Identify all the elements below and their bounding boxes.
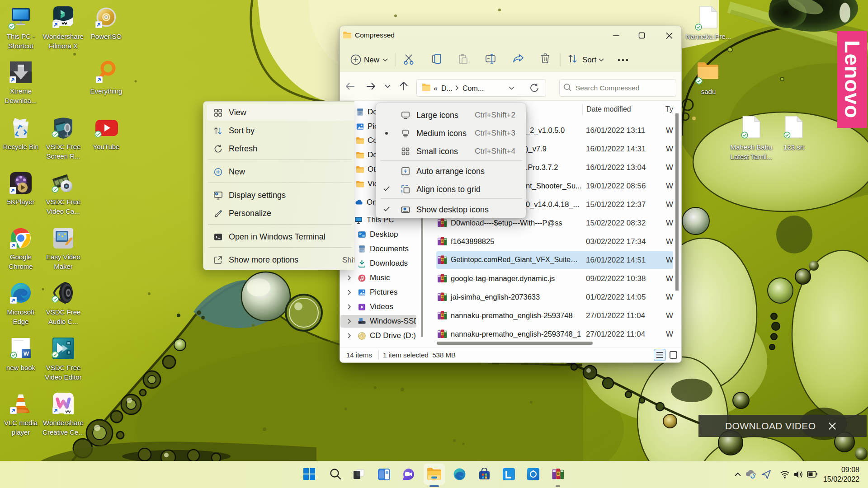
svg-text:D...: D... bbox=[441, 84, 453, 92]
svg-text:W: W bbox=[24, 350, 29, 357]
svg-text:Search Compressed: Search Compressed bbox=[576, 84, 639, 92]
svg-text:New: New bbox=[364, 56, 380, 64]
svg-text:«: « bbox=[434, 84, 438, 92]
svg-text:Sort: Sort bbox=[582, 56, 596, 64]
svg-text:Com...: Com... bbox=[462, 84, 484, 92]
